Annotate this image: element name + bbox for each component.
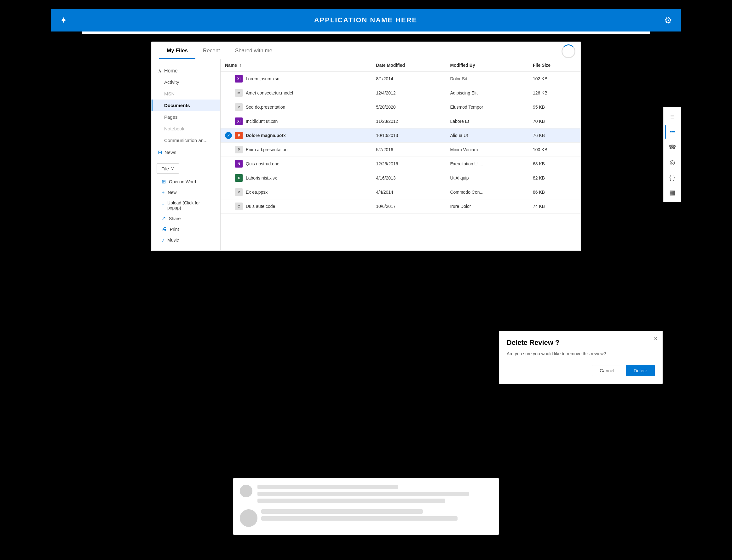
col-size-header[interactable]: File Size <box>529 59 581 72</box>
file-label: File <box>161 166 169 171</box>
file-dropdown-button[interactable]: File ∨ <box>157 163 179 174</box>
file-name: Dolore magna.potx <box>246 133 286 138</box>
delete-button[interactable]: Delete <box>626 365 655 376</box>
music-label: Music <box>167 237 179 243</box>
file-name-cell: X Laboris nisi.xlsx <box>220 171 372 185</box>
table-row[interactable]: P Ex ea.ppsx 4/4/2014 Commodo Con... 86 … <box>220 185 581 199</box>
sidebar-item-documents[interactable]: Documents <box>151 100 220 111</box>
file-type-icon: C <box>235 203 243 210</box>
file-menu-upload[interactable]: ↑ Upload (Click for popup) <box>157 198 215 213</box>
file-type-icon: XI <box>235 117 243 125</box>
file-type-icon: P <box>235 103 243 111</box>
file-modified-by: Eiusmod Tempor <box>446 100 529 114</box>
file-name: Incididunt ut.xsn <box>246 119 277 124</box>
file-modified-by: Ut Aliquip <box>446 171 529 185</box>
file-modified-by: Commodo Con... <box>446 185 529 199</box>
loading-spinner <box>562 44 575 58</box>
col-name-header[interactable]: Name ↑ <box>220 59 372 72</box>
tab-recent[interactable]: Recent <box>195 42 227 59</box>
panel-icon-details[interactable]: ≔ <box>665 125 679 139</box>
file-date: 11/23/2012 <box>372 114 446 129</box>
file-name-cell: P Enim ad.presentation <box>220 143 372 157</box>
sidebar-item-activity[interactable]: Activity <box>151 76 220 88</box>
panel-icon-share-alt[interactable]: ◎ <box>665 155 679 169</box>
file-date: 12/4/2012 <box>372 86 446 100</box>
table-row[interactable]: P Sed do.presentation 5/20/2020 Eiusmod … <box>220 100 581 114</box>
table-row[interactable]: XI Incididunt ut.xsn 11/23/2012 Labore E… <box>220 114 581 129</box>
sidebar-home[interactable]: ∧ Home <box>151 65 220 76</box>
file-modified-by: Aliqua Ut <box>446 129 529 143</box>
table-row[interactable]: XI Lorem ipsum.xsn 8/1/2014 Dolor Sit 10… <box>220 72 581 86</box>
file-chevron-icon: ∨ <box>171 166 174 171</box>
file-type-icon: X <box>235 174 243 182</box>
dialog-title: Delete Review ? <box>507 339 655 347</box>
file-modified-by: Irure Dolor <box>446 199 529 214</box>
file-name: Ex ea.ppsx <box>246 190 267 195</box>
gear-icon[interactable]: ⚙ <box>664 15 672 26</box>
file-menu-open-word[interactable]: ⊞ Open in Word <box>157 176 215 187</box>
print-icon: 🖨 <box>162 226 167 232</box>
file-name: Enim ad.presentation <box>246 147 287 152</box>
music-icon: ♪ <box>162 237 164 243</box>
file-size: 70 KB <box>529 114 581 129</box>
panel-icon-list[interactable]: ≡ <box>665 110 679 124</box>
file-menu-music[interactable]: ♪ Music <box>157 235 215 245</box>
skeleton-line-1 <box>257 485 398 489</box>
file-name: Sed do.presentation <box>246 105 285 110</box>
cancel-button[interactable]: Cancel <box>592 365 622 376</box>
file-modified-by: Adipiscing Elit <box>446 86 529 100</box>
file-menu: ⊞ Open in Word + New ↑ Upload (Click for… <box>157 174 215 248</box>
app-title: APPLICATION NAME HERE <box>314 16 418 24</box>
file-name-cell: ✓ P Dolore magna.potx <box>220 129 372 143</box>
chevron-up-icon: ∧ <box>158 68 162 74</box>
bottom-area <box>233 478 499 535</box>
sidebar-item-msn[interactable]: MSN <box>151 88 220 100</box>
file-type-icon: P <box>235 132 243 139</box>
file-date: 5/7/2016 <box>372 143 446 157</box>
file-date: 4/4/2014 <box>372 185 446 199</box>
select-check-icon[interactable]: ✓ <box>225 132 232 139</box>
sidebar-item-communication[interactable]: Communication an... <box>151 134 220 146</box>
file-menu-share[interactable]: ↗ Share <box>157 213 215 224</box>
tab-my-files[interactable]: My Files <box>159 42 195 59</box>
panel-icon-chart[interactable]: ▦ <box>665 186 679 199</box>
table-row[interactable]: N Quis nostrud.one 12/25/2016 Exercitati… <box>220 157 581 171</box>
sidebar-item-news[interactable]: ⊞ News <box>151 146 220 158</box>
open-word-icon: ⊞ <box>162 179 166 185</box>
sidebar: ∧ Home Activity MSN Documents Pages Note… <box>151 59 220 251</box>
file-name-cell: C Duis aute.code <box>220 199 372 214</box>
skeleton-line-4 <box>261 509 423 514</box>
table-row[interactable]: C Duis aute.code 10/6/2017 Irure Dolor 7… <box>220 199 581 214</box>
file-size: 86 KB <box>529 185 581 199</box>
file-date: 10/6/2017 <box>372 199 446 214</box>
table-row[interactable]: M Amet consectetur.model 12/4/2012 Adipi… <box>220 86 581 100</box>
table-row[interactable]: X Laboris nisi.xlsx 4/16/2013 Ut Aliquip… <box>220 171 581 185</box>
table-row[interactable]: P Enim ad.presentation 5/7/2016 Minim Ve… <box>220 143 581 157</box>
file-name-cell: XI Lorem ipsum.xsn <box>220 72 372 86</box>
file-name-cell: P Ex ea.ppsx <box>220 185 372 199</box>
sidebar-item-pages[interactable]: Pages <box>151 111 220 123</box>
tab-shared[interactable]: Shared with me <box>227 42 280 59</box>
file-size: 102 KB <box>529 72 581 86</box>
sort-asc-icon: ↑ <box>239 63 242 68</box>
file-name-cell: M Amet consectetur.model <box>220 86 372 100</box>
panel-icon-code[interactable]: { } <box>665 170 679 184</box>
file-type-icon: P <box>235 188 243 196</box>
new-menu-label: New <box>168 190 176 195</box>
news-label: News <box>164 150 176 155</box>
dialog-buttons: Cancel Delete <box>507 365 655 376</box>
col-date-header[interactable]: Date Modified <box>372 59 446 72</box>
panel-icon-call[interactable]: ☎ <box>665 140 679 154</box>
skeleton-line-2 <box>257 492 469 496</box>
news-icon: ⊞ <box>158 149 162 155</box>
sidebar-item-notebook[interactable]: Notebook <box>151 123 220 134</box>
print-label: Print <box>170 227 179 232</box>
table-row[interactable]: ✓ P Dolore magna.potx 10/10/2013 Aliqua … <box>220 129 581 143</box>
file-table: Name ↑ Date Modified Modified By File Si… <box>220 59 581 214</box>
dialog-close-button[interactable]: × <box>654 335 657 342</box>
col-modified-by-header[interactable]: Modified By <box>446 59 529 72</box>
file-menu-new[interactable]: + New <box>157 187 215 198</box>
tabs-row: My Files Recent Shared with me <box>151 42 581 59</box>
file-menu-print[interactable]: 🖨 Print <box>157 224 215 235</box>
top-bar: ✦ APPLICATION NAME HERE ⚙ <box>51 9 681 31</box>
